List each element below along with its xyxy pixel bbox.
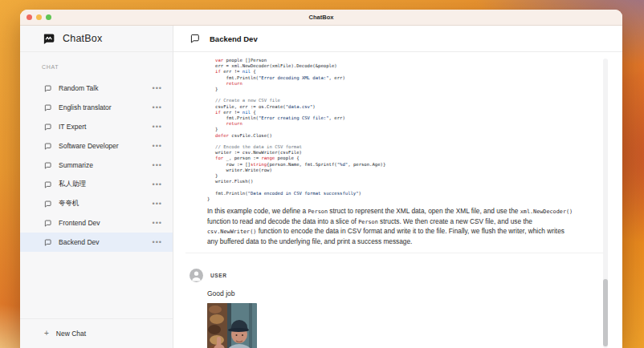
- chat-bubble-icon: [44, 239, 51, 246]
- user-attachment-image[interactable]: [207, 303, 257, 348]
- window-titlebar[interactable]: ChatBox: [20, 10, 622, 26]
- sidebar-item-frontend-dev[interactable]: Frontend Dev•••: [20, 213, 173, 233]
- conversation-header: Backend Dev: [173, 26, 622, 52]
- plus-icon: +: [44, 330, 49, 338]
- conversation-panel: Backend Dev var people []Person err = xm…: [173, 26, 622, 348]
- more-options-icon[interactable]: •••: [153, 181, 162, 188]
- sidebar-item-label: 夸夸机: [59, 199, 145, 208]
- sidebar-item-summarize[interactable]: Summarize•••: [20, 156, 173, 175]
- chat-list: Random Talk•••English translator•••IT Ex…: [20, 79, 173, 348]
- sidebar-item-english-translator[interactable]: English translator•••: [20, 98, 173, 117]
- new-chat-button[interactable]: + New Chat: [20, 318, 173, 348]
- sidebar-item-label: Frontend Dev: [59, 219, 145, 227]
- sidebar-item-label: English translator: [59, 103, 145, 111]
- sidebar-header: ChatBox: [20, 26, 173, 52]
- conversation-title: Backend Dev: [210, 34, 258, 43]
- more-options-icon[interactable]: •••: [153, 200, 162, 208]
- sidebar-item-it-expert[interactable]: IT Expert•••: [20, 117, 173, 136]
- chat-bubble-icon: [44, 220, 51, 227]
- scrollbar[interactable]: [603, 59, 608, 348]
- chat-bubble-icon: [44, 123, 51, 131]
- window-body: ChatBox CHAT Random Talk•••English trans…: [20, 26, 622, 348]
- traffic-lights: [26, 10, 51, 25]
- chat-bubble-icon: [44, 104, 51, 111]
- chat-bubble-icon: [44, 85, 51, 92]
- chat-section-label: CHAT: [42, 64, 173, 71]
- sidebar-item-夸夸机[interactable]: 夸夸机•••: [20, 194, 173, 213]
- user-avatar: [190, 269, 203, 282]
- more-options-icon[interactable]: •••: [153, 123, 162, 131]
- sidebar: ChatBox CHAT Random Talk•••English trans…: [20, 26, 173, 348]
- user-message-text: Good job: [207, 289, 622, 297]
- sidebar-item-私人助理[interactable]: 私人助理•••: [20, 175, 173, 194]
- sidebar-item-label: Software Developer: [59, 142, 145, 150]
- sidebar-item-label: Random Talk: [59, 84, 145, 92]
- more-options-icon[interactable]: •••: [153, 85, 162, 92]
- chatbox-logo-icon: [43, 33, 55, 45]
- desktop-wallpaper: ChatBox ChatBox CHAT Random Talk•••Engli…: [0, 0, 644, 348]
- minimize-window-button[interactable]: [36, 14, 42, 20]
- chat-bubble-icon: [44, 181, 51, 188]
- more-options-icon[interactable]: •••: [153, 239, 162, 246]
- sidebar-item-label: Backend Dev: [59, 238, 145, 246]
- sidebar-item-label: Summarize: [59, 161, 145, 169]
- scrollbar-thumb[interactable]: [603, 279, 608, 346]
- window-title: ChatBox: [309, 14, 334, 21]
- user-role-label: USER: [210, 273, 226, 278]
- sidebar-item-label: 私人助理: [59, 180, 145, 189]
- sidebar-item-backend-dev[interactable]: Backend Dev•••: [20, 233, 173, 252]
- chatbox-window: ChatBox ChatBox CHAT Random Talk•••Engli…: [20, 10, 622, 348]
- app-name: ChatBox: [63, 33, 102, 44]
- message-divider: [185, 253, 608, 253]
- more-options-icon[interactable]: •••: [153, 162, 162, 169]
- chat-bubble-icon: [44, 162, 51, 169]
- sidebar-item-label: IT Expert: [59, 123, 145, 131]
- assistant-paragraph: In this example code, we define a Person…: [207, 207, 608, 246]
- close-window-button[interactable]: [26, 14, 32, 20]
- sidebar-item-random-talk[interactable]: Random Talk•••: [20, 79, 173, 98]
- more-options-icon[interactable]: •••: [153, 143, 162, 150]
- more-options-icon[interactable]: •••: [153, 104, 162, 111]
- conversation-bubble-icon: [190, 34, 200, 43]
- sidebar-item-software-developer[interactable]: Software Developer•••: [20, 136, 173, 156]
- more-options-icon[interactable]: •••: [153, 220, 162, 227]
- new-chat-label: New Chat: [56, 330, 86, 338]
- user-message-header: USER: [190, 269, 622, 282]
- zoom-window-button[interactable]: [46, 14, 51, 20]
- code-block[interactable]: var people []Person err = xml.NewDecoder…: [207, 58, 622, 202]
- chat-bubble-icon: [44, 200, 51, 208]
- message-scroll-area[interactable]: var people []Person err = xml.NewDecoder…: [173, 52, 622, 348]
- chat-bubble-icon: [44, 143, 51, 150]
